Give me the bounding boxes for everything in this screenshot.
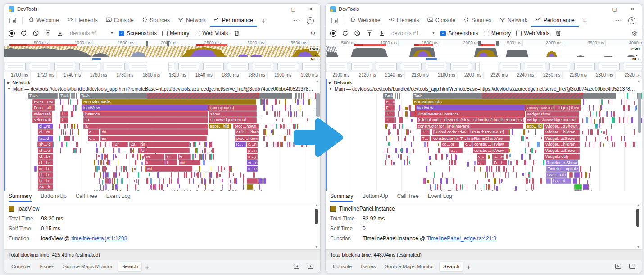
screenshot-thumbnail[interactable] [426,63,446,70]
tab-event-log[interactable]: Event Log [428,191,452,202]
flame-bar[interactable]: Timelin….update [546,166,579,172]
inspect-dock-button[interactable] [7,16,18,25]
flame-bar[interactable]: proc…hown [235,136,259,142]
tab-elements[interactable]: Elements [385,14,423,27]
tab-event-log[interactable]: Event Log [106,191,131,202]
settings-gear-icon[interactable]: ⚙ [310,30,316,37]
add-panel-icon[interactable] [629,263,635,270]
flame-bar[interactable]: ds [100,129,208,135]
flame-bar[interactable]: wr [145,154,164,160]
flame-bar[interactable] [546,178,551,184]
cpu-overview-strip[interactable]: CPU▲ [4,46,320,57]
flame-bar[interactable] [569,172,573,178]
flame-bar[interactable]: n…y [247,154,258,160]
flame-bar[interactable]: callO…ldren [235,129,259,135]
flame-chart[interactable]: TaskTaskTaskEven…ownRun MicrotasksFunc…a… [5,92,320,191]
flame-bar[interactable]: $r [140,142,190,147]
selection-handle-right[interactable] [496,41,499,46]
screenshot-thumbnail[interactable] [624,63,642,70]
flame-bar[interactable]: T… [421,129,430,135]
flame-bar[interactable]: Task [28,93,58,99]
screenshot-thumbnail[interactable] [54,63,75,70]
flame-bar[interactable]: Za [129,142,141,147]
drawer-tab-console[interactable]: Console [8,262,34,271]
flame-bar[interactable]: fr [165,160,177,166]
trash-icon[interactable] [233,30,240,37]
flame-bar[interactable]: Task [59,93,70,99]
flame-bar[interactable]: sh…ld [38,142,53,147]
selection-handle-left[interactable] [146,41,148,46]
flame-bar[interactable]: init [145,166,192,172]
maximize-button[interactable]: ▢ [290,6,295,12]
load-profile-icon[interactable] [366,30,373,37]
tab-network[interactable]: Network [495,14,531,27]
screenshot-filmstrip[interactable] [326,62,642,72]
flame-bar[interactable]: [Global code: "dev…lameChartView.ts"] [432,129,509,135]
tab-summary[interactable]: Summary [9,191,32,202]
flame-bar[interactable]: Widget.…hildren [544,142,580,147]
flame-bar[interactable]: T… [385,111,395,117]
flame-bar[interactable]: Even…own [32,99,55,105]
flame-bar[interactable]: appe…hild [209,124,231,129]
drawer-tab-issues[interactable]: Issues [357,262,379,271]
scroll-down-arrow[interactable]: ▼ [314,245,319,248]
flame-bar[interactable]: La…ut [552,178,571,184]
flame-bar[interactable] [574,190,582,191]
flame-bar[interactable]: constru…ilsView [473,148,509,154]
flame-bar[interactable]: sh…ol [38,148,53,154]
flame-bar[interactable]: co…or [441,142,459,147]
flame-bar[interactable]: w…n [247,160,258,166]
selection-handle-left[interactable] [478,41,481,46]
flame-bar[interactable]: (anonymous) [209,105,257,111]
net-overview-strip[interactable]: NET [4,57,320,62]
expand-arrow-icon[interactable]: ▼ [329,87,332,91]
dock-side-icon[interactable] [293,263,300,270]
tab-performance[interactable]: Performance [531,14,579,27]
tab-sources[interactable]: Sources [138,14,174,27]
flame-bar[interactable]: di…rs [38,124,53,129]
flame-bar[interactable]: Ti…t [492,160,507,166]
flame-bar[interactable] [295,93,297,99]
selection-window[interactable] [147,62,169,72]
help-button[interactable]: ? [628,17,635,24]
screenshot-thumbnail[interactable] [574,63,595,70]
flame-bar[interactable] [71,93,73,99]
flame-bar[interactable]: Run Microtasks [82,99,256,105]
record-button[interactable] [330,30,336,37]
flame-bar[interactable]: [Global code: "devtools://dev…s/timeline… [417,117,524,123]
clear-icon[interactable] [354,30,361,37]
flame-bar[interactable]: Task [413,93,616,99]
flame-bar[interactable] [259,178,263,184]
clear-icon[interactable] [32,30,39,37]
flame-bar[interactable]: init [179,160,200,166]
drawer-tab-console[interactable]: Console [329,262,355,271]
screenshot-thumbnail[interactable] [253,63,273,70]
flame-bar[interactable]: cl…bs [38,154,53,160]
scroll-up-arrow[interactable]: ▲ [315,73,319,76]
flame-bar[interactable]: fr [145,160,164,166]
flame-bar[interactable]: c…n [247,142,258,147]
network-track-header[interactable]: ▶Network▼ [5,79,320,86]
save-profile-icon[interactable] [378,30,385,37]
drawer-tab-search[interactable]: Search [118,262,141,271]
close-button[interactable]: ✕ [630,6,635,12]
tab-bottom-up[interactable]: Bottom-Up [41,191,66,202]
help-button[interactable]: ? [307,17,314,24]
screenshot-thumbnail[interactable] [302,63,320,70]
checkbox-web-vitals[interactable]: Web Vitals [195,30,228,37]
flame-bar[interactable]: Run Microtasks [413,99,581,105]
record-button[interactable] [9,30,15,37]
flame-chart[interactable]: TaskTaskE…nRun MicrotasksF…loadViewanony… [327,92,642,191]
screenshot-thumbnail[interactable] [228,63,249,70]
screenshot-thumbnail[interactable] [525,63,545,70]
flame-bar[interactable]: constructor for TimelinePanel [417,124,523,129]
flame-bar[interactable]: constructor for Ti…lineFlameChartView [432,136,510,142]
flame-bar[interactable]: TimelinePanel.instance [416,111,524,117]
flame-bar[interactable]: Widget…sShown [544,136,580,142]
flame-bar[interactable]: Func…all [32,105,55,111]
flame-bar[interactable]: E…n [385,99,395,105]
flame-bar[interactable]: c… [449,148,463,154]
overview-ruler[interactable]: 500 ms1000 ms1500 ms2000 ms500 ms3000 ms… [326,40,642,46]
checkbox-memory[interactable]: Memory [162,30,189,37]
net-overview-strip[interactable]: NET [326,57,642,62]
